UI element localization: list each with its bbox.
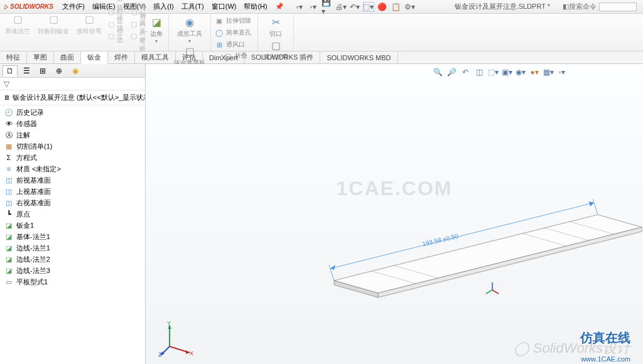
side-tab-feature-tree-icon[interactable]: 🗋 bbox=[3, 65, 18, 77]
menu-file[interactable]: 文件(F) bbox=[58, 2, 89, 11]
feature-manager-panel: 🗋 ☰ ⊞ ⊕ ◉ ▽ 🗎 钣金设计及展开注意 (默认<<默认>_显示状态 1>… bbox=[0, 64, 146, 364]
command-tabs: 特征 草图 曲面 钣金 焊件 模具工具 评估 DimXpert SOLIDWOR… bbox=[0, 51, 643, 64]
side-tabs: 🗋 ☰ ⊞ ⊕ ◉ bbox=[0, 64, 145, 78]
save-icon[interactable]: 💾▾ bbox=[322, 2, 333, 12]
new-icon[interactable]: ▫▾ bbox=[294, 2, 305, 12]
side-tab-config-icon[interactable]: ⊞ bbox=[35, 65, 50, 77]
search-box[interactable]: ◧ 搜索命令 bbox=[563, 2, 637, 11]
zoom-area-icon[interactable]: 🔎 bbox=[446, 67, 457, 78]
tree-edge-flange1[interactable]: ◪边线-法兰1 bbox=[0, 242, 145, 254]
tree-root[interactable]: 🗎 钣金设计及展开注意 (默认<<默认>_显示状态 1> bbox=[0, 90, 145, 105]
tree-cutlist[interactable]: ▦切割清单(1) bbox=[0, 141, 145, 152]
svg-text:X: X bbox=[190, 350, 193, 356]
search-input[interactable] bbox=[599, 3, 637, 11]
view-orientation-icon[interactable]: ⬚▾ bbox=[487, 67, 499, 78]
vent-button[interactable]: ⊞通风口 bbox=[215, 39, 254, 50]
convert-button: ▢转换到钣金 bbox=[36, 13, 70, 36]
tab-addins[interactable]: SOLIDWORKS 插件 bbox=[245, 51, 321, 63]
tab-sheetmetal[interactable]: 钣金 bbox=[81, 51, 108, 64]
graphics-viewport[interactable]: 🔍 🔎 ↶ ◫ ⬚▾ ▣▾ ◉▾ ●▾ ▦▾ ▫▾ 1CAE.COM bbox=[146, 64, 643, 364]
side-tab-display-icon[interactable]: ◉ bbox=[68, 65, 83, 77]
menu-pin-icon[interactable]: 📌 bbox=[271, 3, 288, 11]
tab-mbd[interactable]: SOLIDWORKS MBD bbox=[320, 51, 397, 63]
svg-line-15 bbox=[486, 290, 492, 294]
lofted-bend-button: ▢放样折弯 bbox=[75, 13, 103, 36]
rebuild-icon[interactable]: 🔴 bbox=[377, 2, 388, 12]
corners-button[interactable]: ◪边角▾ bbox=[148, 15, 165, 44]
rip-button[interactable]: ✂切口 bbox=[262, 15, 289, 38]
side-tab-property-icon[interactable]: ☰ bbox=[19, 65, 34, 77]
ribbon-group-corners: ◪边角▾ bbox=[144, 14, 169, 51]
hem-button: ▢褶边 bbox=[108, 30, 126, 41]
tree-front-plane[interactable]: ◫前视基准面 bbox=[0, 174, 145, 186]
tab-mold-tools[interactable]: 模具工具 bbox=[135, 51, 176, 63]
menu-insert[interactable]: 插入(I) bbox=[149, 2, 177, 11]
edit-appearance-icon[interactable]: ●▾ bbox=[529, 67, 540, 78]
select-icon[interactable]: ⬚▾ bbox=[363, 2, 374, 12]
watermark-brand: 仿真在线 bbox=[580, 329, 630, 346]
settings-icon[interactable]: ⚙▾ bbox=[404, 2, 416, 12]
coordinate-triad-icon: Y X Z bbox=[158, 320, 196, 358]
tree-edge-flange2[interactable]: ◪边线-法兰2 bbox=[0, 254, 145, 265]
svg-text:Y: Y bbox=[167, 320, 171, 326]
tab-sketch[interactable]: 草图 bbox=[27, 51, 54, 63]
menu-help[interactable]: 帮助(H) bbox=[240, 2, 271, 11]
tree-top-plane[interactable]: ◫上视基准面 bbox=[0, 186, 145, 197]
ribbon-group-forming: ◉成形工具▾ ▢钣金角撑板 bbox=[169, 14, 211, 51]
tree-origin[interactable]: ┗原点 bbox=[0, 208, 145, 220]
body: 🗋 ☰ ⊞ ⊕ ◉ ▽ 🗎 钣金设计及展开注意 (默认<<默认>_显示状态 1>… bbox=[0, 64, 643, 364]
svg-line-14 bbox=[492, 290, 499, 294]
display-style-icon[interactable]: ▣▾ bbox=[501, 67, 512, 78]
menu-window[interactable]: 窗口(W) bbox=[208, 2, 240, 11]
side-tab-dimxpert-icon[interactable]: ⊕ bbox=[51, 65, 67, 77]
zoom-fit-icon[interactable]: 🔍 bbox=[432, 67, 443, 78]
tree-equations[interactable]: Σ方程式 bbox=[0, 152, 145, 163]
ribbon-group-cut: ▣拉伸切除 ◯简单直孔 ⊞通风口 ▢折叠 ▢不折弯 ◇展开 bbox=[211, 14, 258, 51]
apply-scene-icon[interactable]: ▦▾ bbox=[543, 67, 554, 78]
simple-hole-button[interactable]: ◯简单直孔 bbox=[215, 27, 254, 38]
tab-evaluate[interactable]: 评估 bbox=[176, 51, 203, 63]
svg-marker-12 bbox=[589, 201, 594, 206]
svg-marker-0 bbox=[334, 215, 642, 293]
ribbon: ▢基体法兰 ▢转换到钣金 ▢放样折弯 ▢边线法兰 ▢斜接法兰 ▢褶边 ▢转折 ▢… bbox=[0, 14, 643, 51]
tab-surfaces[interactable]: 曲面 bbox=[54, 51, 81, 63]
view-settings-icon[interactable]: ▫▾ bbox=[556, 67, 568, 78]
tree-sensors[interactable]: 👁传感器 bbox=[0, 118, 145, 129]
tree-filter[interactable]: ▽ bbox=[0, 78, 145, 90]
watermark-url: www.1CAE.com bbox=[581, 355, 630, 363]
tree-material[interactable]: ≡材质 <未指定> bbox=[0, 163, 145, 174]
search-target-icon: ◧ bbox=[563, 3, 569, 11]
svg-marker-11 bbox=[330, 265, 335, 270]
tab-dimxpert[interactable]: DimXpert bbox=[203, 51, 245, 63]
forming-tool-button[interactable]: ◉成形工具▾ bbox=[173, 15, 207, 44]
open-icon[interactable]: ▫▾ bbox=[308, 2, 319, 12]
extrude-cut-button[interactable]: ▣拉伸切除 bbox=[215, 15, 254, 26]
ribbon-group-flange: ▢基体法兰 ▢转换到钣金 ▢放样折弯 ▢边线法兰 ▢斜接法兰 ▢褶边 ▢转折 ▢… bbox=[0, 14, 144, 51]
menu-tools[interactable]: 工具(T) bbox=[178, 2, 208, 11]
tree-flat-pattern1[interactable]: ▭平板型式1 bbox=[0, 276, 145, 287]
tree-sheetmetal1[interactable]: ◪钣金1 bbox=[0, 220, 145, 231]
section-view-icon[interactable]: ◫ bbox=[473, 67, 485, 78]
base-flange-button: ▢基体法兰 bbox=[4, 13, 31, 36]
tab-features[interactable]: 特征 bbox=[0, 51, 27, 63]
tab-weldments[interactable]: 焊件 bbox=[108, 51, 135, 63]
tree-annotations[interactable]: Ⓐ注解 bbox=[0, 129, 145, 141]
tree-right-plane[interactable]: ◫右视基准面 bbox=[0, 197, 145, 208]
hide-show-icon[interactable]: ◉▾ bbox=[515, 67, 526, 78]
document-title: 钣金设计及展开注意.SLDPRT * bbox=[455, 2, 550, 11]
undo-icon[interactable]: ↶▾ bbox=[349, 2, 360, 12]
svg-line-9 bbox=[593, 199, 598, 215]
options-icon[interactable]: 📋 bbox=[391, 2, 402, 12]
tree-base-flange1[interactable]: ◪基体-法兰1 bbox=[0, 231, 145, 242]
view-heads-up-toolbar: 🔍 🔎 ↶ ◫ ⬚▾ ▣▾ ◉▾ ●▾ ▦▾ ▫▾ bbox=[432, 67, 568, 78]
tree-edge-flange3[interactable]: ◪边线-法兰3 bbox=[0, 265, 145, 276]
ribbon-group-rip: ✂切口 ▢插入折弯 bbox=[258, 14, 294, 51]
prev-view-icon[interactable]: ↶ bbox=[460, 67, 471, 78]
print-icon[interactable]: 🖨▾ bbox=[335, 2, 347, 12]
quick-access-toolbar: ▫▾ ▫▾ 💾▾ 🖨▾ ↶▾ ⬚▾ 🔴 📋 ⚙▾ bbox=[294, 2, 416, 12]
origin-triad-icon bbox=[485, 282, 500, 297]
feature-tree: 🕘历史记录 👁传感器 Ⓐ注解 ▦切割清单(1) Σ方程式 ≡材质 <未指定> ◫… bbox=[0, 105, 145, 364]
tree-history[interactable]: 🕘历史记录 bbox=[0, 107, 145, 118]
3d-model[interactable] bbox=[322, 190, 643, 321]
app-logo: SOLIDWORKS bbox=[4, 3, 53, 10]
